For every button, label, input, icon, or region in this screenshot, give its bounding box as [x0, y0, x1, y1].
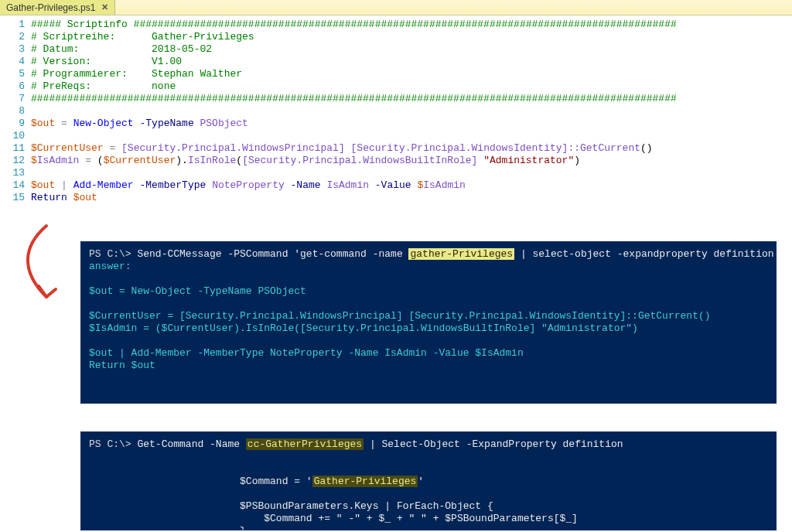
highlight-gather-privileges: gather-Privileges: [408, 248, 514, 260]
code-editor[interactable]: 123456789101112131415 ##### Scriptinfo #…: [0, 15, 792, 204]
console1-body-line: [89, 273, 768, 285]
code-body[interactable]: ##### Scriptinfo #######################…: [31, 19, 792, 204]
console1-body-line: [89, 335, 768, 347]
line-number: 14: [0, 179, 25, 192]
code-line: ##### Scriptinfo #######################…: [31, 19, 792, 31]
code-line: $out = New-Object -TypeName PSObject: [31, 118, 792, 130]
code-line: $CurrentUser = [Security.Principal.Windo…: [31, 142, 792, 155]
line-number: 4: [0, 56, 25, 68]
code-line: $IsAdmin = ($CurrentUser).IsInRole([Secu…: [31, 155, 792, 167]
code-line: [31, 167, 792, 179]
code-line: # Datum: 2018-05-02: [31, 43, 792, 56]
console2-body-line: }: [89, 525, 768, 530]
line-number: 9: [0, 118, 25, 130]
line-number: 13: [0, 167, 25, 179]
line-number: 15: [0, 192, 25, 204]
console1-body-line: [89, 298, 768, 310]
code-line: # Programmierer: Stephan Walther: [31, 68, 792, 80]
line-number: 12: [0, 155, 25, 167]
annotation-arrow-icon: [9, 223, 70, 315]
code-line: $out | Add-Member -MemberType NoteProper…: [31, 179, 792, 192]
line-number: 11: [0, 142, 25, 155]
code-line: [31, 105, 792, 118]
console1-body-line: $out = New-Object -TypeName PSObject: [89, 285, 768, 298]
console2-body-line: [89, 488, 768, 500]
console1-body-line: $CurrentUser = [Security.Principal.Windo…: [89, 310, 768, 322]
line-number: 6: [0, 80, 25, 93]
console1-body-line: $out | Add-Member -MemberType NoteProper…: [89, 347, 768, 360]
line-number: 1: [0, 19, 25, 31]
code-line: Return $out: [31, 192, 792, 204]
console1-answer-label: answer:: [89, 261, 768, 273]
file-tab[interactable]: Gather-Privileges.ps1 ✕: [0, 0, 115, 15]
code-line: # PreReqs: none: [31, 80, 792, 93]
line-number: 7: [0, 93, 25, 105]
highlight-cc-gatherprivileges: cc-GatherPrivileges: [246, 438, 364, 450]
line-number: 8: [0, 105, 25, 118]
code-line: ########################################…: [31, 93, 792, 105]
highlight-gather-privileges-2: Gather-Privileges: [312, 476, 418, 487]
tab-bar: Gather-Privileges.ps1 ✕: [0, 0, 792, 15]
line-number: 5: [0, 68, 25, 80]
console2-body-line: $Command = 'Gather-Privileges': [89, 476, 768, 488]
console1-body-line: $IsAdmin = ($CurrentUser).IsInRole([Secu…: [89, 322, 768, 335]
console-panel-2[interactable]: PS C:\> Get-Command -Name cc-GatherPrivi…: [80, 431, 777, 530]
console1-command-line: PS C:\> Send-CCMessage -PSCommand 'get-c…: [89, 248, 768, 261]
file-tab-label: Gather-Privileges.ps1: [5, 2, 97, 13]
console1-body-line: Return $out: [89, 360, 768, 372]
line-number: 3: [0, 43, 25, 56]
close-icon[interactable]: ✕: [100, 2, 110, 12]
console2-command-line: PS C:\> Get-Command -Name cc-GatherPrivi…: [89, 438, 768, 451]
code-line: [31, 130, 792, 142]
console-panel-1[interactable]: PS C:\> Send-CCMessage -PSCommand 'get-c…: [80, 241, 777, 404]
code-line: # Scriptreihe: Gather-Privileges: [31, 31, 792, 43]
code-line: # Version: V1.00: [31, 56, 792, 68]
line-number: 10: [0, 130, 25, 142]
console2-body-line: $PSBoundParameters.Keys | ForEach-Object…: [89, 500, 768, 513]
line-number-gutter: 123456789101112131415: [0, 19, 31, 204]
console2-body-line: $Command += " -" + $_ + " " + $PSBoundPa…: [89, 513, 768, 525]
line-number: 2: [0, 31, 25, 43]
